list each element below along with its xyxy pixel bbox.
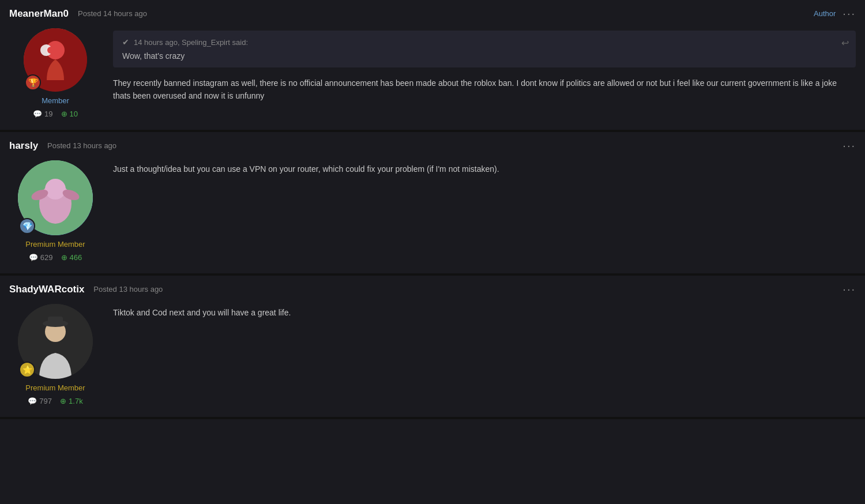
quote-reply-icon[interactable]: ↩: [841, 37, 849, 48]
reaction-count: ⊕ 466: [61, 253, 82, 262]
post-header-right: ···: [843, 139, 856, 152]
post-header: ShadyWARcotix Posted 13 hours ago ···: [0, 276, 865, 299]
post-header-right: ···: [843, 283, 856, 296]
user-role: Premium Member: [25, 240, 85, 249]
avatar-wrapper: 💎: [18, 160, 93, 235]
user-badge: ⭐: [19, 362, 35, 378]
svg-point-1: [46, 41, 65, 59]
post-header-left: ShadyWARcotix Posted 13 hours ago: [9, 284, 163, 295]
quote-attribution: 14 hours ago, Speling_Expirt said:: [134, 38, 248, 47]
post-text: Just a thought/idea but you can use a VP…: [113, 163, 856, 175]
reaction-icon: ⊕: [60, 397, 66, 405]
post-header-left: MeanerMan0 Posted 14 hours ago: [9, 8, 147, 20]
user-badge: 💎: [19, 218, 35, 234]
author-badge: Author: [814, 9, 836, 18]
post-body: 💎 Premium Member 💬 629 ⊕ 466 Just a thou…: [0, 156, 865, 273]
post-text: They recently banned instagram as well, …: [113, 77, 856, 103]
reaction-count: ⊕ 10: [61, 110, 78, 118]
comment-count: 💬 19: [33, 110, 52, 118]
user-stats: 💬 797 ⊕ 1.7k: [28, 397, 82, 405]
post-timestamp: Posted 13 hours ago: [47, 141, 116, 150]
avatar-wrapper: ⭐: [18, 304, 93, 379]
more-options-button[interactable]: ···: [843, 139, 856, 152]
reaction-icon: ⊕: [61, 110, 67, 118]
user-role: Premium Member: [25, 383, 85, 392]
post-header: harsly Posted 13 hours ago ···: [0, 132, 865, 156]
avatar-wrapper: 🏆: [24, 28, 87, 92]
quote-text: Wow, that's crazy: [122, 51, 847, 61]
user-sidebar: ⭐ Premium Member 💬 797 ⊕ 1.7k: [9, 304, 101, 405]
user-stats: 💬 19 ⊕ 10: [33, 110, 78, 118]
quote-block: ✔ 14 hours ago, Speling_Expirt said: Wow…: [113, 31, 856, 67]
svg-point-4: [45, 179, 66, 200]
reaction-count: ⊕ 1.7k: [60, 397, 83, 405]
post-text: Tiktok and Cod next and you will have a …: [113, 306, 856, 319]
user-sidebar: 🏆 Member 💬 19 ⊕ 10: [9, 28, 101, 118]
post-harsly: harsly Posted 13 hours ago ···: [0, 132, 865, 276]
post-header-right: Author ···: [814, 7, 856, 20]
comment-icon: 💬: [29, 253, 38, 262]
user-stats: 💬 629 ⊕ 466: [29, 253, 82, 262]
svg-rect-10: [48, 317, 63, 326]
post-username: MeanerMan0: [9, 8, 69, 20]
quote-check-icon: ✔: [122, 37, 129, 47]
comment-icon: 💬: [28, 397, 37, 405]
post-username: harsly: [9, 140, 38, 152]
more-options-button[interactable]: ···: [843, 7, 856, 20]
comment-count: 💬 629: [29, 253, 53, 262]
reaction-icon: ⊕: [61, 253, 67, 262]
user-badge: 🏆: [25, 74, 41, 91]
post-timestamp: Posted 13 hours ago: [93, 285, 163, 294]
post-username: ShadyWARcotix: [9, 284, 84, 295]
comment-count: 💬 797: [28, 397, 52, 405]
post-timestamp: Posted 14 hours ago: [78, 9, 147, 18]
post-header-left: harsly Posted 13 hours ago: [9, 140, 116, 152]
comment-icon: 💬: [33, 110, 42, 118]
user-sidebar: 💎 Premium Member 💬 629 ⊕ 466: [9, 160, 101, 262]
post-header: MeanerMan0 Posted 14 hours ago Author ··…: [0, 0, 865, 24]
post-content: ✔ 14 hours ago, Speling_Expirt said: Wow…: [113, 28, 856, 118]
more-options-button[interactable]: ···: [843, 283, 856, 296]
post-meanerman: MeanerMan0 Posted 14 hours ago Author ··…: [0, 0, 865, 132]
post-shady: ShadyWARcotix Posted 13 hours ago ···: [0, 276, 865, 419]
quote-header: ✔ 14 hours ago, Speling_Expirt said:: [122, 37, 847, 47]
post-body: ⭐ Premium Member 💬 797 ⊕ 1.7k Tiktok and…: [0, 299, 865, 417]
user-role: Member: [42, 96, 69, 105]
post-content: Tiktok and Cod next and you will have a …: [113, 304, 856, 405]
post-body: 🏆 Member 💬 19 ⊕ 10 ✔ 14 hours ago, Speli…: [0, 24, 865, 130]
post-content: Just a thought/idea but you can use a VP…: [113, 160, 856, 262]
